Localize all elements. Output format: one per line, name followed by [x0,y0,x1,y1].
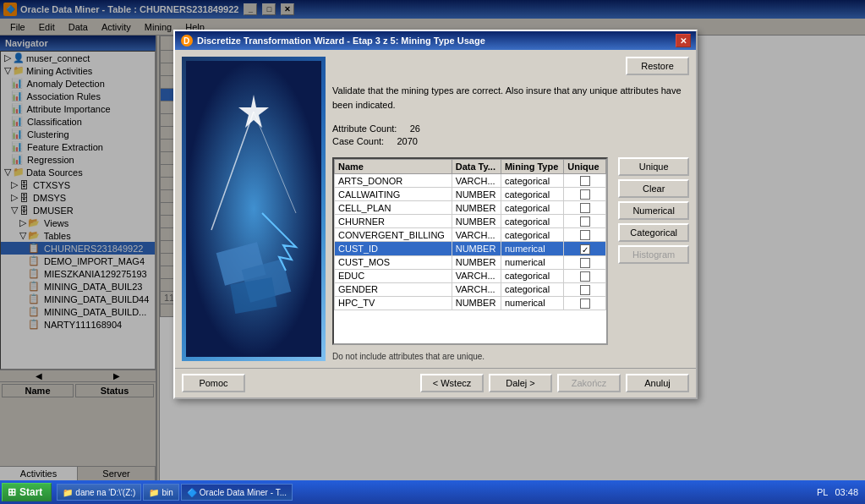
attr-table-row[interactable]: CUST_MOSNUMBERnumerical [335,255,606,269]
taskbar-icon-2: 🔷 [187,488,197,497]
attr-unique-cell[interactable] [564,215,606,228]
attr-datatype-cell: VARCH... [452,269,501,282]
unique-checkbox[interactable] [580,216,590,227]
case-count-label: Case Count: [332,136,384,146]
taskbar-item-1[interactable]: 📁 bin [143,484,178,501]
start-label: Start [19,486,42,498]
unique-checkbox[interactable] [580,203,590,213]
unique-checkbox[interactable] [580,230,590,240]
pomoc-button[interactable]: Pomoc [182,374,245,392]
attr-name-cell: EDUC [335,269,452,282]
unique-button[interactable]: Unique [618,157,689,176]
attr-name-cell: CELL_PLAN [335,201,452,215]
attr-table-row[interactable]: CUST_IDNUMBERnumerical [335,242,606,255]
attr-unique-cell[interactable] [564,296,606,310]
taskbar-item-2[interactable]: 🔷 Oracle Data Miner - T... [181,484,293,501]
modal-title: Discretize Transformation Wizard - Etap … [197,36,485,46]
anuluj-button[interactable]: Anuluj [626,374,689,392]
attr-table-scroll[interactable]: Name Data Ty... Mining Type Unique ARTS_… [334,159,606,311]
attr-unique-cell[interactable] [564,269,606,282]
attr-unique-cell[interactable] [564,228,606,242]
attr-table-row[interactable]: CHURNERNUMBERcategorical [335,215,606,228]
taskbar-icon-1: 📁 [149,488,159,497]
taskbar-label-1: bin [162,488,172,497]
attr-table-row[interactable]: EDUCVARCH...categorical [335,269,606,282]
modal-close-button[interactable]: ✕ [676,34,691,47]
modal-titlebar: D Discretize Transformation Wizard - Eta… [175,31,696,50]
attr-unique-cell[interactable] [564,242,606,255]
histogram-button: Histogram [618,245,689,264]
attr-table: Name Data Ty... Mining Type Unique ARTS_… [334,159,606,310]
case-count-value: 2070 [397,136,417,146]
restore-row: Restore [332,57,689,75]
taskbar-icon-0: 📁 [63,488,73,497]
attr-unique-cell[interactable] [564,282,606,296]
start-button[interactable]: ⊞ Start [2,483,52,501]
attribute-count-label: Attribute Count: [332,123,397,134]
attr-name-cell: CALLWAITING [335,188,452,201]
categorical-button[interactable]: Categorical [618,223,689,242]
attr-table-container: Name Data Ty... Mining Type Unique ARTS_… [332,157,608,345]
attr-name-cell: CUST_MOS [335,255,452,269]
wstecz-button[interactable]: < Wstecz [420,374,484,392]
modal-info: Attribute Count: 26 Case Count: 2070 [332,120,689,152]
attr-section: Name Data Ty... Mining Type Unique ARTS_… [332,157,689,345]
taskbar-item-0[interactable]: 📁 dane na 'D:\'(Z:) [57,484,141,501]
attr-miningtype-cell: categorical [501,269,563,282]
modal-icon: D [180,34,194,47]
dalej-button[interactable]: Dalej > [489,374,552,392]
attr-table-row[interactable]: CONVERGENT_BILLINGVARCH...categorical [335,228,606,242]
attr-datatype-cell: VARCH... [452,228,501,242]
unique-checkbox[interactable] [580,176,590,186]
unique-checkbox[interactable] [580,299,590,309]
unique-checkbox[interactable] [580,258,590,268]
numerical-button[interactable]: Numerical [618,201,689,220]
attr-miningtype-cell: categorical [501,188,563,201]
attr-table-row[interactable]: GENDERVARCH...categorical [335,282,606,296]
attr-datatype-cell: VARCH... [452,282,501,296]
attr-col-unique: Unique [564,160,606,174]
attr-datatype-cell: NUMBER [452,242,501,255]
unique-checkbox[interactable] [580,189,590,200]
attr-datatype-cell: NUMBER [452,215,501,228]
attr-datatype-cell: NUMBER [452,255,501,269]
attr-unique-cell[interactable] [564,174,606,188]
attr-unique-cell[interactable] [564,188,606,201]
attr-table-row[interactable]: CELL_PLANNUMBERcategorical [335,201,606,215]
attr-name-cell: ARTS_DONOR [335,174,452,188]
attr-miningtype-cell: numerical [501,242,563,255]
modal-description: Validate that the mining types are corre… [332,80,689,115]
attr-name-cell: CHURNER [335,215,452,228]
attr-miningtype-cell: categorical [501,201,563,215]
clear-button[interactable]: Clear [618,179,689,198]
attr-name-cell: GENDER [335,282,452,296]
attr-table-row[interactable]: CALLWAITINGNUMBERcategorical [335,188,606,201]
attr-table-row[interactable]: HPC_TVNUMBERnumerical [335,296,606,310]
discretize-modal: D Discretize Transformation Wizard - Eta… [173,30,698,399]
unique-checkbox[interactable] [580,244,590,255]
attribute-count-value: 26 [410,123,420,134]
svg-text:D: D [183,36,189,46]
attr-datatype-cell: VARCH... [452,174,501,188]
modal-footer: Pomoc < Wstecz Dalej > Zakończ Anuluj [175,368,696,397]
attr-datatype-cell: NUMBER [452,296,501,310]
attr-unique-cell[interactable] [564,201,606,215]
attr-miningtype-cell: numerical [501,296,563,310]
attribute-count: Attribute Count: 26 [332,123,689,134]
attr-col-datatype: Data Ty... [452,160,501,174]
taskbar-right: PL 03:48 [810,487,865,497]
attr-datatype-cell: NUMBER [452,201,501,215]
attr-name-cell: HPC_TV [335,296,452,310]
attr-datatype-cell: NUMBER [452,188,501,201]
zakoncz-button: Zakończ [557,374,621,392]
unique-checkbox[interactable] [580,285,590,295]
modal-side-buttons: Unique Clear Numerical Categorical Histo… [618,157,689,345]
modal-right: Restore Validate that the mining types a… [332,57,689,361]
restore-button[interactable]: Restore [626,57,689,75]
footer-note: Do not include attributes that are uniqu… [332,350,689,361]
attr-unique-cell[interactable] [564,255,606,269]
taskbar-locale: PL [817,487,828,497]
modal-body: Restore Validate that the mining types a… [175,50,696,368]
unique-checkbox[interactable] [580,271,590,282]
attr-table-row[interactable]: ARTS_DONORVARCH...categorical [335,174,606,188]
